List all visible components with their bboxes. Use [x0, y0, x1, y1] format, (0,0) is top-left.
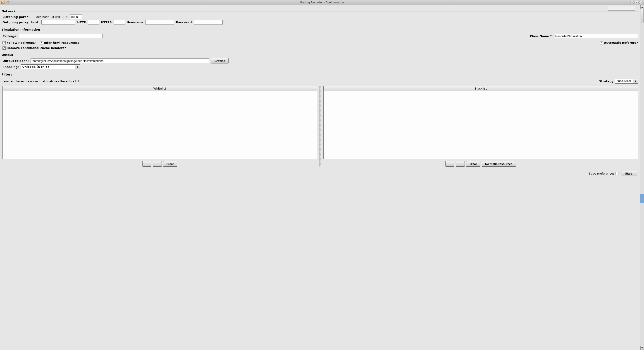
- scroll-track[interactable]: [640, 9, 644, 346]
- auto-referers-checkbox[interactable]: ✔ Automatic Referers?: [600, 41, 638, 44]
- proxy-https-input[interactable]: [114, 20, 125, 25]
- app-frame: Network Listening port *: localhost HTTP…: [0, 5, 644, 350]
- proxy-username-label: Username: [127, 21, 144, 24]
- chevron-down-icon: [631, 2, 633, 4]
- blacklist-remove-button[interactable]: -: [456, 161, 465, 166]
- blacklist-add-button[interactable]: +: [445, 161, 454, 166]
- scroll-thumb[interactable]: [640, 9, 644, 23]
- proxy-http-input[interactable]: [88, 20, 99, 25]
- chevron-up-icon: [636, 2, 638, 4]
- simulation-legend: Simulation Information: [2, 28, 42, 31]
- strategy-label: Strategy: [599, 80, 614, 83]
- whitelist-list[interactable]: [2, 91, 317, 159]
- follow-redirects-checkbox[interactable]: ✔ Follow Redirects?: [2, 41, 36, 44]
- listening-port-label: Listening port *:: [2, 15, 30, 19]
- split-handle[interactable]: [319, 86, 321, 166]
- checkbox-icon: [615, 172, 618, 175]
- save-preferences-checkbox[interactable]: Save preferences: [589, 172, 618, 175]
- proxy-host-input[interactable]: [42, 20, 75, 25]
- proxy-host-label: host:: [31, 21, 40, 24]
- infer-html-label: Infer html resources?: [44, 41, 80, 44]
- scroll-down-button[interactable]: ▼: [640, 346, 644, 350]
- proxy-password-label: Password: [176, 21, 192, 24]
- proxy-https-label: HTTPS: [101, 21, 112, 24]
- follow-redirects-label: Follow Redirects?: [6, 41, 36, 44]
- checkbox-icon: ✔: [2, 41, 6, 44]
- scroll-gap-indicator: [640, 194, 644, 203]
- blacklist-list[interactable]: [323, 91, 638, 159]
- auto-referers-label: Automatic Referers?: [604, 41, 638, 44]
- output-legend: Output: [2, 53, 14, 56]
- localhost-label: localhost: [36, 15, 49, 19]
- busy-icon: [6, 1, 10, 4]
- package-input[interactable]: [19, 34, 102, 38]
- encoding-value: Unicode (UTF-8): [21, 65, 75, 69]
- chevron-down-icon[interactable]: ▼: [75, 65, 80, 69]
- no-static-resources-button[interactable]: No static resources: [482, 161, 516, 166]
- outgoing-proxy-label: Outgoing proxy:: [2, 21, 30, 24]
- whitelist-clear-button[interactable]: Clear: [163, 161, 178, 166]
- filters-legend: Filters: [2, 73, 14, 76]
- close-icon: [640, 2, 642, 4]
- maximize-button[interactable]: [634, 1, 638, 4]
- listening-port-input[interactable]: [70, 15, 82, 19]
- whitelist-header: Whitelist: [2, 86, 317, 91]
- filters-group: Filters Java regular expressions that ma…: [2, 75, 639, 168]
- save-preferences-label: Save preferences: [589, 172, 614, 175]
- network-legend: Network: [2, 10, 17, 13]
- infer-html-checkbox[interactable]: ✔ Infer html resources?: [40, 41, 80, 44]
- whitelist-remove-button[interactable]: -: [153, 161, 162, 166]
- mode-selector-placeholder[interactable]: [608, 6, 635, 11]
- encoding-select[interactable]: Unicode (UTF-8) ▼: [20, 64, 80, 69]
- proxy-http-label: HTTP: [77, 21, 86, 24]
- checkbox-icon: ✔: [2, 47, 6, 50]
- output-group: Output Output folder *: Browse Encoding:…: [2, 55, 639, 72]
- http-https-label: HTTP/HTTPS: [50, 15, 68, 19]
- minimize-button[interactable]: [630, 1, 634, 4]
- simulation-group: Simulation Information Package: Class Na…: [2, 30, 639, 52]
- remove-cache-label: Remove conditional cache headers?: [6, 46, 66, 50]
- proxy-password-input[interactable]: [194, 20, 223, 25]
- blacklist-clear-button[interactable]: Clear: [466, 161, 480, 166]
- filters-description: Java regular expressions that matches th…: [2, 80, 80, 83]
- checkbox-icon: ✔: [600, 41, 603, 44]
- output-folder-label: Output folder *:: [2, 59, 29, 63]
- encoding-label: Encoding:: [2, 65, 19, 69]
- app-icon: G: [1, 1, 4, 4]
- browse-button[interactable]: Browse: [211, 58, 228, 64]
- class-name-label: Class Name *:: [530, 35, 553, 38]
- whitelist-add-button[interactable]: +: [142, 161, 152, 166]
- blacklist-header: Blacklist: [323, 86, 638, 91]
- strategy-value: Disabled: [615, 79, 633, 83]
- proxy-username-input[interactable]: [145, 20, 174, 25]
- package-label: Package:: [2, 35, 18, 38]
- strategy-select[interactable]: Disabled ▼: [615, 79, 638, 84]
- output-folder-input[interactable]: [30, 59, 209, 63]
- chevron-down-icon[interactable]: ▼: [633, 79, 638, 83]
- checkbox-icon: ✔: [40, 41, 43, 44]
- blacklist-pane: Blacklist + - Clear No static resources: [323, 86, 638, 166]
- bottom-bar: Save preferences Start !: [2, 168, 639, 177]
- window-titlebar: G Gatling Recorder - Configuration: [0, 0, 644, 5]
- vertical-scrollbar[interactable]: ▲ ▼: [640, 5, 644, 350]
- window-title: Gatling Recorder - Configuration: [0, 1, 644, 4]
- class-name-input[interactable]: [554, 34, 638, 38]
- whitelist-pane: Whitelist + - Clear: [2, 86, 317, 166]
- start-button[interactable]: Start !: [622, 171, 637, 176]
- scroll-up-button[interactable]: ▲: [640, 5, 644, 9]
- remove-cache-checkbox[interactable]: ✔ Remove conditional cache headers?: [2, 46, 66, 50]
- close-button[interactable]: [639, 1, 643, 4]
- network-group: Network Listening port *: localhost HTTP…: [2, 12, 639, 27]
